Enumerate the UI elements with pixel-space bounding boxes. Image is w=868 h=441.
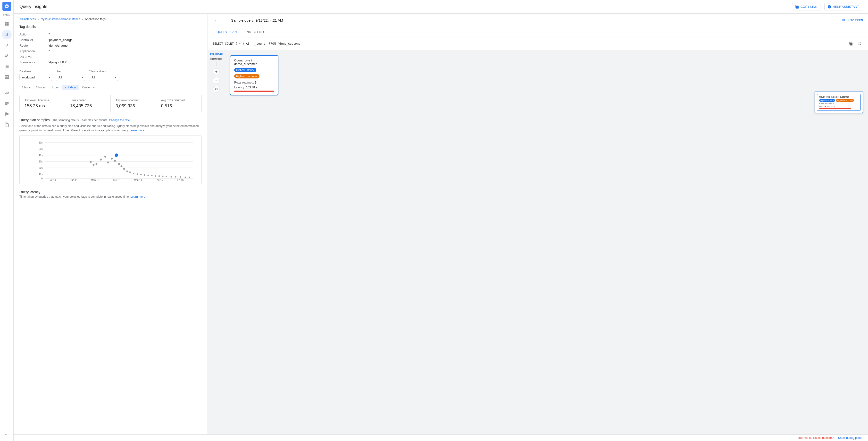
chart-dot[interactable] (118, 163, 120, 165)
chart-dot[interactable] (104, 156, 106, 157)
chart-dot[interactable] (175, 176, 177, 178)
chart-dot[interactable] (126, 171, 128, 172)
learn-more-link-plan[interactable]: Learn more (129, 129, 144, 132)
time-btn-1hour[interactable]: 1 hour (20, 85, 33, 90)
change-rate-link[interactable]: Change the rate. (109, 118, 131, 122)
tag-value-controller: 'payment_charge' (49, 38, 73, 42)
sidebar-item-chart[interactable] (2, 30, 12, 39)
sidebar-item-text[interactable] (2, 98, 12, 108)
chart-dot[interactable] (148, 175, 149, 176)
learn-more-link-latency[interactable]: Learn more (130, 195, 145, 198)
tab-query-plan[interactable]: QUERY PLAN (213, 27, 241, 37)
query-plan-section-header: Query plan samples (The sampling rate is… (20, 118, 202, 122)
chart-dot[interactable] (140, 174, 142, 175)
chart-dot[interactable] (158, 175, 160, 177)
svg-text:20s: 20s (39, 167, 42, 169)
sidebar-item-expand[interactable] (2, 429, 12, 439)
time-btn-1day[interactable]: 1 day (49, 85, 61, 90)
tag-value-framework: 'django:3.0.7' (49, 60, 67, 64)
chart-dot[interactable] (114, 160, 116, 162)
query-plan-subtitle: (The sampling rate is 5 samples per minu… (52, 118, 132, 122)
chart-dot[interactable] (170, 176, 172, 178)
sidebar-prim-label: PRIM... (3, 13, 10, 16)
metric-times-called-label: Times called (70, 98, 106, 102)
chart-dot[interactable] (144, 174, 145, 176)
svg-text:Mon 12: Mon 12 (91, 179, 99, 181)
breadcrumb-instance[interactable]: mysql-instance-demo-instance (40, 18, 80, 21)
metric-avg-execution-label: Avg execution time (25, 98, 60, 102)
database-select-wrapper: workload demo_customer default (20, 74, 52, 81)
sidebar-item-overview[interactable] (2, 19, 12, 29)
chart-dot[interactable] (155, 175, 156, 177)
sidebar-item-people[interactable] (2, 51, 12, 61)
svg-text:50s: 50s (39, 148, 42, 150)
chart-dot[interactable] (189, 177, 190, 178)
zoom-out-button[interactable]: − (213, 77, 220, 84)
expand-sql-button[interactable] (856, 40, 863, 47)
chart-dot[interactable] (133, 173, 134, 174)
sidebar-item-chain[interactable] (2, 88, 12, 98)
plan-node-badges: Highest latency Highest row count (234, 68, 274, 80)
sidebar-item-list[interactable] (2, 62, 12, 71)
copy-sql-button[interactable] (847, 40, 855, 47)
chart-dot[interactable] (129, 172, 131, 173)
chart-dot[interactable] (137, 173, 138, 175)
plan-node-main[interactable]: Count rows indemo_customer Highest laten… (230, 55, 278, 95)
tab-end-to-end[interactable]: END TO END (241, 27, 268, 37)
database-select[interactable]: workload demo_customer default (20, 74, 52, 81)
tag-row-dbdriver: DB driver '' (20, 54, 202, 59)
view-divider (216, 62, 217, 66)
prev-query-button[interactable]: ‹ (213, 17, 219, 24)
sidebar-item-flag[interactable] (2, 109, 12, 119)
database-filter: Database workload demo_customer default (20, 70, 52, 81)
time-btn-custom[interactable]: Custom ▾ (80, 85, 97, 90)
chart-dot[interactable] (90, 161, 92, 163)
tag-value-action: '' (49, 33, 50, 36)
minimap-badges: Highest latency Highest row count (819, 99, 859, 102)
chart-dot[interactable] (100, 158, 102, 160)
chart-dot[interactable] (93, 164, 95, 166)
metric-avg-rows-scanned-value: 3,069,936 (116, 104, 151, 109)
chart-dot[interactable] (121, 166, 123, 167)
user-select[interactable]: All root admin (56, 74, 85, 81)
plan-rows-returned: Rows returned: 1 (234, 81, 274, 84)
chart-dot[interactable] (111, 157, 113, 159)
chart-dot-selected[interactable] (115, 154, 118, 157)
zoom-in-button[interactable]: + (213, 68, 220, 75)
chart-dot[interactable] (185, 177, 186, 178)
chart-dot[interactable] (180, 176, 181, 178)
query-title: Sample query: 9/13/22, 4:21 AM (231, 18, 838, 22)
user-filter: User All root admin (56, 70, 85, 81)
query-plan-desc: Select one of the dots to see a query pl… (20, 124, 202, 133)
help-assistant-button[interactable]: HELP ASSISTANT (824, 3, 862, 10)
copy-sql-icon (849, 42, 853, 46)
fullscreen-button[interactable]: FULLSCREEN (842, 19, 863, 22)
time-btn-7days[interactable]: ✓ 7 days (62, 85, 79, 90)
client-address-select[interactable]: All 10.0.0.1 10.0.0.2 (89, 74, 118, 81)
top-bar-actions: COPY LINK HELP ASSISTANT (792, 3, 862, 10)
copy-link-button[interactable]: COPY LINK (792, 3, 820, 10)
sidebar-item-table[interactable] (2, 72, 12, 82)
custom-arrow: ▾ (93, 86, 95, 89)
tag-label-controller: Controller (20, 38, 49, 42)
zoom-reset-button[interactable]: ↺ (213, 86, 220, 92)
sidebar-item-copy[interactable] (2, 120, 12, 130)
view-compact-label[interactable]: COMPACT (211, 58, 223, 60)
query-plan-title: Query plan samples (20, 118, 50, 122)
chart-dot[interactable] (162, 176, 164, 177)
svg-text:10s: 10s (39, 173, 42, 176)
chart-dot[interactable] (107, 161, 109, 164)
time-btn-6hours[interactable]: 6 hours (33, 85, 48, 90)
top-bar: Query insights COPY LINK HELP ASSISTANT (13, 0, 868, 13)
check-mark: ✓ (64, 86, 67, 89)
chart-dot[interactable] (166, 176, 167, 177)
next-query-button[interactable]: › (220, 17, 227, 24)
breadcrumb-all-instances[interactable]: All instances (20, 18, 36, 21)
chart-dot[interactable] (123, 168, 125, 170)
minimap-badge-rowcount: Highest row count (836, 99, 854, 102)
show-debug-panel-link[interactable]: Show debug panel (838, 436, 862, 440)
help-icon (828, 5, 831, 9)
sidebar-item-arrows[interactable] (2, 40, 12, 50)
chart-dot[interactable] (151, 175, 153, 176)
chart-dot[interactable] (96, 163, 98, 165)
